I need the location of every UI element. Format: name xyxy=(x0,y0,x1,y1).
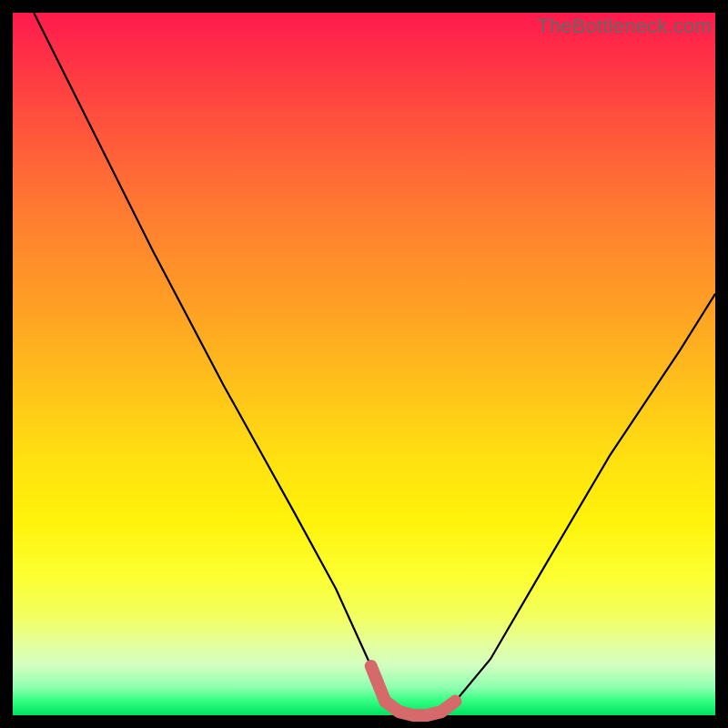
plot-area xyxy=(13,13,715,715)
watermark-text: TheBottleneck.com xyxy=(537,15,712,38)
